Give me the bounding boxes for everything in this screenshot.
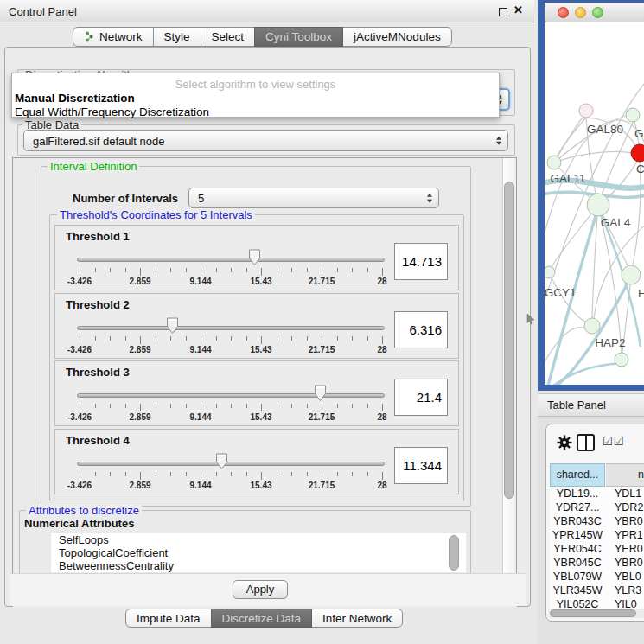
slider-thumb[interactable] <box>215 453 228 470</box>
bottom-tab-infer-network[interactable]: Infer Network <box>311 609 403 628</box>
network-node-green[interactable] <box>615 353 628 367</box>
select-columns-icon[interactable]: ☑☑ <box>603 435 624 448</box>
tick-label: 21.715 <box>296 412 348 422</box>
tick-mark <box>382 472 383 480</box>
attribute-list-item[interactable]: SelfLoops <box>51 533 466 546</box>
tab-jactivemnodules[interactable]: jActiveMNodules <box>342 27 452 47</box>
network-node-label: GAL80 <box>587 123 623 136</box>
tick-mark <box>261 404 262 411</box>
horizontal-scrollbar-thumb[interactable] <box>550 609 636 617</box>
slider-thumb[interactable] <box>166 317 179 335</box>
column-header-name[interactable]: na <box>606 463 644 487</box>
tick-mark <box>367 268 368 272</box>
tick-label: 9.144 <box>175 345 226 354</box>
apply-button[interactable]: Apply <box>233 580 288 599</box>
bottom-tab-discretize-data[interactable]: Discretize Data <box>211 609 313 628</box>
gear-icon[interactable] <box>557 435 572 450</box>
close-icon[interactable]: ✕ <box>513 3 523 16</box>
tick-mark <box>322 404 322 411</box>
table-row[interactable]: YBR043CYBR0 <box>550 514 644 528</box>
cell-shared-name: YIL052C <box>550 597 605 609</box>
columns-icon[interactable] <box>577 434 595 451</box>
network-node-label: H <box>638 287 644 300</box>
tick-mark <box>337 404 338 408</box>
tick-mark <box>140 336 141 344</box>
table-row[interactable]: YER054CYER0 <box>550 542 644 556</box>
cell-name: YIL0 <box>615 597 637 609</box>
dropdown-item-manual-discretization[interactable]: Manual Discretization <box>15 92 135 105</box>
float-window-icon[interactable] <box>499 8 507 16</box>
numerical-attributes-list[interactable]: SelfLoopsTopologicalCoefficientBetweenne… <box>51 533 466 572</box>
network-node-green[interactable] <box>545 266 555 278</box>
threshold-value-field[interactable]: 11.344 <box>394 447 448 484</box>
network-canvas[interactable]: GAL80GACGAL11GAL4GCY1HHAP2 <box>545 22 644 385</box>
network-node-green[interactable] <box>587 194 609 216</box>
tick-mark <box>352 472 353 476</box>
num-intervals-combobox[interactable]: 5 <box>188 188 439 208</box>
tab-select[interactable]: Select <box>201 27 256 47</box>
table-row[interactable]: YDL19...YDL1 <box>550 487 644 501</box>
table-row[interactable]: YDR27...YDR2 <box>550 501 644 514</box>
tab-label: jActiveMNodules <box>354 30 441 43</box>
slider-thumb[interactable] <box>314 385 327 402</box>
bottom-tab-impute-data[interactable]: Impute Data <box>125 609 212 628</box>
tick-mark <box>246 472 247 476</box>
control-panel-titlebar: Control Panel <box>0 0 534 22</box>
minimize-traffic-light[interactable] <box>575 7 586 18</box>
attribute-list-item[interactable]: TopologicalCoefficient <box>51 546 466 559</box>
table-row[interactable]: YBL079WYBL0 <box>550 570 644 583</box>
tick-mark <box>261 336 262 344</box>
zoom-traffic-light[interactable] <box>592 7 603 18</box>
attribute-list-item[interactable]: BetweennessCentrality <box>51 559 466 572</box>
network-node-pink[interactable] <box>579 104 593 118</box>
tick-mark <box>125 268 126 272</box>
table-row[interactable]: YLR345WYLR3 <box>550 583 644 597</box>
threshold-value-field[interactable]: 6.316 <box>394 311 448 348</box>
table-row[interactable]: YIL052CYIL0 <box>550 597 644 609</box>
tick-label: 9.144 <box>175 412 226 422</box>
threshold-value-field[interactable]: 14.713 <box>394 243 448 280</box>
network-edge[interactable] <box>633 162 641 265</box>
tick-mark <box>277 472 277 476</box>
threshold-label: Threshold 1 <box>66 230 130 243</box>
network-node-green[interactable] <box>584 318 600 334</box>
network-edge-thick[interactable] <box>545 363 621 385</box>
close-traffic-light[interactable] <box>558 7 569 18</box>
control-panel-title: Control Panel <box>9 5 77 18</box>
tick-mark <box>367 404 368 408</box>
tick-mark <box>95 268 96 272</box>
threshold-value-field[interactable]: 21.4 <box>394 379 448 416</box>
network-node-label: GAL4 <box>601 216 631 229</box>
tick-mark <box>110 472 111 476</box>
network-node-green[interactable] <box>626 108 640 122</box>
tick-label: 15.43 <box>235 412 287 422</box>
vertical-scrollbar-thumb[interactable] <box>504 182 514 499</box>
tick-label: -3.426 <box>54 277 105 286</box>
cell-shared-name: YBR045C <box>550 556 605 570</box>
network-node-red[interactable] <box>631 144 644 162</box>
tick-mark <box>140 472 141 480</box>
attributes-list-scrollbar[interactable] <box>449 535 459 571</box>
tick-mark <box>216 336 217 341</box>
tick-mark <box>307 472 308 476</box>
tab-cyni-toolbox[interactable]: Cyni Toolbox <box>254 27 343 47</box>
column-header-shared-name[interactable]: shared... <box>550 463 605 487</box>
tab-network[interactable]: Network <box>73 27 154 47</box>
cell-name: YDL1 <box>615 487 641 501</box>
network-node-green[interactable] <box>622 265 641 284</box>
tick-mark <box>156 336 156 341</box>
table-data-value: galFiltered.sif default node <box>33 134 164 147</box>
tick-mark <box>80 268 80 276</box>
table-row[interactable]: YPR145WYPR1 <box>550 528 644 542</box>
slider-thumb[interactable] <box>248 249 261 266</box>
network-node-green[interactable] <box>547 156 561 169</box>
tick-mark <box>322 336 322 344</box>
tick-mark <box>156 472 156 476</box>
cell-name: YDR2 <box>615 501 643 514</box>
table-row[interactable]: YBR045CYBR0 <box>550 556 644 570</box>
table-data-combobox[interactable]: galFiltered.sif default node <box>23 130 508 151</box>
tab-style[interactable]: Style <box>153 27 201 47</box>
tick-mark <box>125 336 126 341</box>
tick-mark <box>322 472 322 480</box>
dropdown-item-equal-width-frequency[interactable]: Equal Width/Frequency Discretization <box>15 105 209 118</box>
